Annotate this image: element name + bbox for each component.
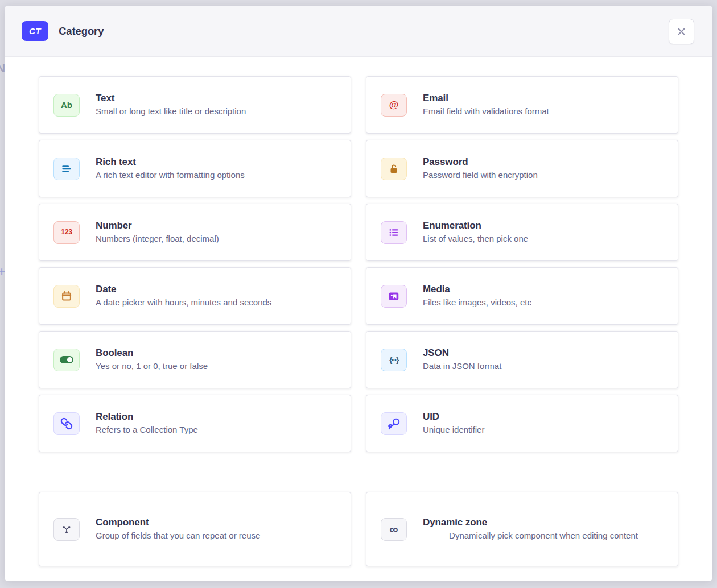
component-icon: [53, 518, 80, 541]
field-card-password[interactable]: Password Password field with encryption: [366, 140, 678, 197]
field-description: Data in JSON format: [423, 361, 664, 372]
field-title: Media: [423, 284, 664, 295]
field-description: Refers to a Collection Type: [96, 424, 337, 436]
field-card-number[interactable]: 123 Number Numbers (integer, float, deci…: [39, 204, 351, 261]
field-card-media[interactable]: Media Files like images, videos, etc: [366, 267, 678, 325]
email-icon: @: [381, 94, 407, 117]
media-icon: [381, 285, 407, 308]
field-description: Small or long text like title or descrip…: [96, 106, 337, 117]
field-title: Email: [423, 93, 664, 104]
field-card-richtext[interactable]: Rich text A rich text editor with format…: [39, 140, 351, 197]
modal-title: Category: [59, 25, 104, 38]
field-title: UID: [423, 411, 664, 423]
enumeration-icon: [381, 221, 407, 244]
content-type-badge: CT: [22, 21, 48, 41]
field-description: Group of fields that you can repeat or r…: [96, 530, 337, 541]
field-title: Password: [423, 156, 664, 168]
advanced-fields-grid: Component Group of fields that you can r…: [39, 492, 678, 566]
field-title: JSON: [423, 347, 664, 359]
field-description: Yes or no, 1 or 0, true or false: [96, 361, 337, 372]
field-description: Numbers (integer, float, decimal): [96, 233, 337, 245]
field-title: Rich text: [96, 156, 337, 168]
field-card-boolean[interactable]: Boolean Yes or no, 1 or 0, true or false: [39, 331, 351, 388]
field-title: Date: [96, 284, 337, 295]
field-card-dynamiczone[interactable]: ∞ Dynamic zone Dynamically pick componen…: [366, 492, 678, 566]
field-title: Number: [96, 220, 337, 231]
field-card-enumeration[interactable]: Enumeration List of values, then pick on…: [366, 204, 678, 261]
field-description: Files like images, videos, etc: [423, 297, 664, 308]
field-description: Unique identifier: [423, 424, 664, 436]
field-card-text[interactable]: Ab Text Small or long text like title or…: [39, 76, 351, 134]
modal-header: CT Category: [5, 6, 712, 57]
dynamiczone-icon: ∞: [381, 518, 407, 541]
field-type-modal: CT Category Ab Text Small or long text l…: [5, 6, 712, 581]
field-description: Email field with validations format: [423, 106, 664, 117]
field-title: Relation: [96, 411, 337, 423]
field-title: Component: [96, 517, 337, 528]
field-card-email[interactable]: @ Email Email field with validations for…: [366, 76, 678, 134]
number-icon: 123: [53, 221, 80, 244]
field-card-relation[interactable]: Relation Refers to a Collection Type: [39, 395, 351, 452]
richtext-icon: [53, 158, 80, 180]
boolean-icon: [53, 349, 80, 371]
field-card-date[interactable]: Date A date picker with hours, minutes a…: [39, 267, 351, 325]
field-description: Dynamically pick component when editing …: [449, 530, 638, 541]
text-icon: Ab: [53, 94, 80, 117]
field-description: Password field with encryption: [423, 169, 664, 181]
default-fields-grid: Ab Text Small or long text like title or…: [39, 76, 678, 452]
field-card-uid[interactable]: UID Unique identifier: [366, 395, 678, 452]
field-title: Text: [96, 93, 337, 104]
relation-icon: [53, 412, 80, 435]
uid-icon: [381, 412, 407, 435]
field-description: A rich text editor with formatting optio…: [96, 169, 337, 181]
field-title: Boolean: [96, 347, 337, 359]
field-card-component[interactable]: Component Group of fields that you can r…: [39, 492, 351, 566]
field-title: Enumeration: [423, 220, 664, 231]
password-icon: [381, 158, 407, 180]
field-description: List of values, then pick one: [423, 233, 664, 245]
date-icon: [53, 285, 80, 308]
field-title: Dynamic zone: [423, 517, 664, 528]
close-button[interactable]: [669, 19, 694, 44]
json-icon: {···}: [381, 349, 407, 371]
field-description: A date picker with hours, minutes and se…: [96, 297, 337, 308]
close-icon: [676, 26, 687, 37]
modal-body: Ab Text Small or long text like title or…: [5, 57, 712, 566]
field-card-json[interactable]: {···} JSON Data in JSON format: [366, 331, 678, 388]
